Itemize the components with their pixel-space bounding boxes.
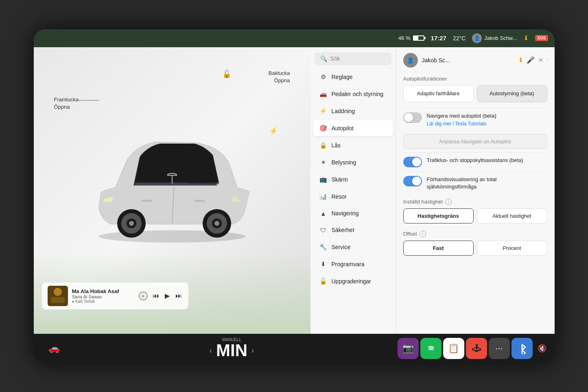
- svg-rect-11: [195, 199, 205, 201]
- skarm-icon: 📺: [319, 176, 328, 183]
- pedaler-label: Pedaler och styrning: [332, 91, 384, 97]
- sidebar-item-service[interactable]: 🔧 Service: [313, 239, 393, 255]
- sidebar-item-programvara[interactable]: ⬇ Programvara: [313, 256, 393, 272]
- settings-avatar: 👤: [403, 53, 418, 68]
- status-user[interactable]: 👤 Jakob Schw...: [472, 33, 517, 43]
- las-icon: 🔒: [319, 142, 328, 149]
- sidebar-item-pedaler[interactable]: 🚗 Pedaler och styrning: [313, 86, 393, 102]
- sidebar-item-sakerhet[interactable]: 🛡 Säkerhet: [313, 222, 393, 238]
- sidebar-item-laddning[interactable]: ⚡ Laddning: [313, 103, 393, 119]
- framlucka-label: Framlucka Öppna: [54, 96, 79, 111]
- pedaler-icon: 🚗: [319, 90, 328, 98]
- navigate-toggle-row: Navigera med autopilot (beta) Lär dig me…: [403, 108, 547, 130]
- sidebar-item-las[interactable]: 🔒 Lås: [313, 137, 393, 153]
- game-app-button[interactable]: 🕹: [466, 338, 487, 359]
- fast-button[interactable]: Fast: [403, 241, 474, 256]
- baklucka-label: Baklucka Öppna: [269, 70, 290, 84]
- sidebar-item-belysning[interactable]: ☀ Belysning: [313, 154, 393, 171]
- charging-icon-car: ⚡: [269, 127, 278, 136]
- taskbar: 🚗 Manuell ‹ MIN › 📷 📋 🕹 ···: [34, 334, 555, 363]
- framlucka-title: Framlucka: [54, 96, 79, 103]
- offset-buttons: Fast Procent: [403, 241, 547, 256]
- music-artist: Saria Al Sawas: [72, 294, 135, 299]
- navigate-toggle-label-group: Navigera med autopilot (beta) Lär dig me…: [427, 112, 496, 126]
- settings-username: Jakob Sc...: [422, 57, 450, 64]
- close-notification-icon[interactable]: ✕: [538, 56, 543, 64]
- mic-icon[interactable]: 🎤: [527, 56, 535, 64]
- procent-button[interactable]: Procent: [477, 241, 547, 256]
- sidebar-item-navigering[interactable]: ▲ Navigering: [313, 206, 393, 221]
- service-label: Service: [332, 244, 351, 250]
- forhand-toggle[interactable]: [403, 176, 422, 186]
- music-source-label: Kaif Terhal: [76, 299, 95, 304]
- autopilot-label: Autopilot: [332, 125, 354, 131]
- sidebar-item-skarm[interactable]: 📺 Skärm: [313, 171, 393, 188]
- battery-icon: [413, 35, 424, 41]
- search-icon: 🔍: [320, 55, 327, 62]
- music-prev-button[interactable]: ⏮: [152, 291, 160, 300]
- music-info: Ma Ala Hobak Asaf Saria Al Sawas ● Kaif …: [72, 288, 135, 304]
- info-notification-icon[interactable]: ⁱ: [546, 57, 547, 63]
- speed-info-icon[interactable]: i: [445, 199, 452, 205]
- search-placeholder: Sök: [330, 55, 340, 62]
- volume-control[interactable]: 🔇: [538, 344, 546, 353]
- las-label: Lås: [332, 142, 341, 149]
- uppgraderingar-label: Uppgraderingar: [332, 278, 371, 285]
- svg-rect-14: [51, 297, 65, 303]
- music-title: Ma Ala Hobak Asaf: [72, 288, 135, 294]
- trafik-toggle[interactable]: [403, 157, 422, 167]
- search-bar[interactable]: 🔍 Sök: [315, 52, 391, 65]
- uppgraderingar-icon: 🔓: [319, 278, 328, 285]
- bluetooth-button[interactable]: [511, 338, 533, 359]
- sakerhet-icon: 🛡: [319, 227, 328, 234]
- belysning-label: Belysning: [332, 159, 356, 166]
- adaptiv-button[interactable]: Adaptiv farthållare: [403, 85, 474, 103]
- offset-info-icon[interactable]: i: [420, 231, 426, 237]
- album-art: [48, 286, 68, 306]
- programvara-icon: ⬇: [319, 261, 328, 268]
- sidebar-item-autopilot[interactable]: 🎯 Autopilot: [313, 120, 393, 136]
- hastighetsgrans-button[interactable]: Hastighetsgräns: [403, 208, 474, 223]
- camera-app-button[interactable]: 📷: [398, 338, 419, 359]
- autopilot-buttons: Adaptiv farthållare Autostyrning (beta): [403, 85, 547, 103]
- svg-point-13: [54, 288, 62, 296]
- speed-increase-arrow[interactable]: ›: [251, 347, 254, 354]
- download-icon[interactable]: ⬇: [523, 34, 529, 42]
- autostyrning-button[interactable]: Autostyrning (beta): [477, 85, 547, 103]
- navigering-icon: ▲: [319, 210, 328, 217]
- taskbar-apps: 📷 📋 🕹 ···: [398, 338, 533, 359]
- battery-indicator: 46 %: [398, 35, 424, 41]
- laddning-label: Laddning: [332, 108, 355, 114]
- music-play-button[interactable]: ▶: [164, 291, 170, 300]
- car-button[interactable]: 🚗: [42, 343, 66, 354]
- aktuell-button[interactable]: Aktuell hastighet: [477, 208, 547, 223]
- download-notification-icon[interactable]: ⬇: [518, 56, 523, 64]
- music-add-button[interactable]: +: [139, 291, 148, 300]
- resor-icon: 📊: [319, 193, 328, 200]
- trafik-toggle-row: Trafiklus- och stoppskyltsassistans (bet…: [403, 152, 547, 171]
- skarm-label: Skärm: [332, 176, 348, 183]
- volume-icon: 🔇: [538, 344, 546, 353]
- main-content: Framlucka Öppna Baklucka Öppna 🔓 ⚡: [34, 47, 555, 334]
- speed-decrease-arrow[interactable]: ‹: [210, 347, 212, 354]
- svg-rect-10: [142, 199, 152, 201]
- music-controls: + ⏮ ▶ ⏭: [139, 291, 183, 300]
- more-apps-button[interactable]: ···: [489, 338, 510, 359]
- car-panel: Framlucka Öppna Baklucka Öppna 🔓 ⚡: [34, 47, 310, 334]
- sos-badge[interactable]: SOS: [535, 35, 548, 41]
- sidebar-item-reglage[interactable]: ⚙ Reglage: [313, 69, 393, 85]
- sidebar-item-resor[interactable]: 📊 Resor: [313, 188, 393, 205]
- music-source: ● Kaif Terhal: [72, 299, 135, 304]
- speed-display: Manuell ‹ MIN ›: [66, 337, 398, 359]
- sidebar-item-uppgraderingar[interactable]: 🔓 Uppgraderingar: [313, 273, 393, 289]
- spotify-app-button[interactable]: [420, 338, 442, 359]
- music-next-button[interactable]: ⏭: [175, 291, 183, 300]
- framlucka-status: Öppna: [54, 104, 70, 110]
- resor-label: Resor: [332, 193, 347, 200]
- lock-icon-car: 🔓: [222, 70, 231, 79]
- status-temp: 22°C: [453, 35, 466, 42]
- navigate-toggle[interactable]: [403, 112, 422, 123]
- speed-buttons: Hastighetsgräns Aktuell hastighet: [403, 208, 547, 223]
- notes-app-button[interactable]: 📋: [443, 338, 464, 359]
- navigate-sublabel[interactable]: Lär dig mer i Tesla Tutorials: [427, 121, 496, 127]
